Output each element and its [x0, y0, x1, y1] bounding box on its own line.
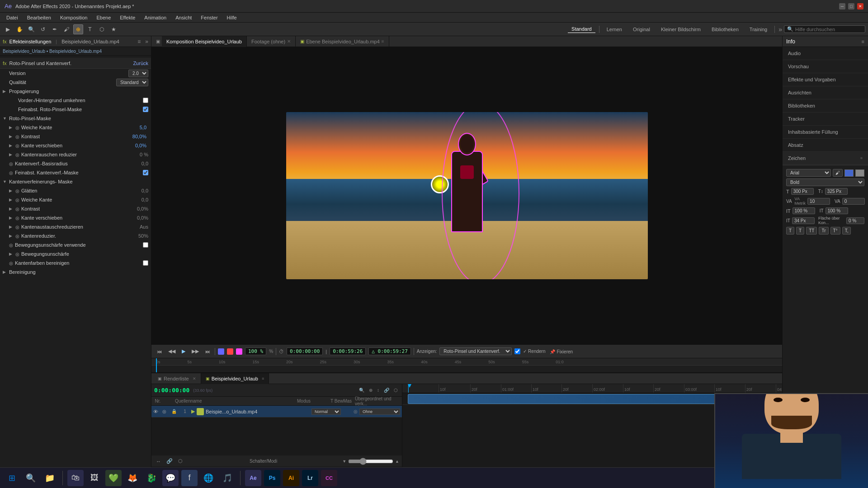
taskbar-green[interactable]: 💚 — [105, 470, 122, 486]
kr-value[interactable]: 0 % — [140, 152, 148, 157]
zoom-slider[interactable] — [348, 458, 393, 465]
tracking-input[interactable] — [842, 198, 865, 205]
current-time[interactable]: 0:00:00:00 — [287, 347, 323, 355]
workspace-bildschirm[interactable]: Kleiner Bildschirm — [657, 26, 704, 33]
ausrichten-item[interactable]: Ausrichten — [783, 86, 868, 99]
tab-komposition[interactable]: Komposition Beispielvideo_Urlaub — [162, 36, 247, 47]
vorschau-item[interactable]: Vorschau — [783, 60, 868, 73]
play-first-btn[interactable]: ⏮ — [155, 348, 164, 355]
mask-btn[interactable]: ⬡ — [176, 458, 184, 465]
tool-select[interactable]: ▶ — [3, 24, 13, 34]
taskbar-store[interactable]: 🛍 — [67, 470, 84, 486]
taskbar-lightroom[interactable]: Lr — [302, 470, 318, 486]
char-super-btn[interactable]: T° — [830, 227, 840, 235]
taskbar-illustrator[interactable]: Ai — [283, 470, 299, 486]
layer-lock-1[interactable]: 🔒 — [171, 409, 179, 414]
propagierung-row[interactable]: ▶ Propagierung — [0, 87, 151, 96]
zeichen-item[interactable]: Zeichen ≡ — [783, 152, 868, 165]
char-italic-btn[interactable]: T — [796, 227, 804, 235]
menu-ansicht[interactable]: Ansicht — [172, 14, 195, 21]
tool-shape[interactable]: ⬡ — [97, 24, 107, 34]
char-small-caps-btn[interactable]: Tr — [819, 227, 828, 235]
minimize-button[interactable]: ─ — [839, 3, 845, 9]
layer-parent-select-1[interactable]: Ohne — [359, 408, 400, 415]
layer-name-1[interactable]: Beispie...o_Urlaub.mp4 — [206, 409, 310, 414]
kred-value[interactable]: 50% — [138, 233, 148, 239]
workspace-lernen[interactable]: Lernen — [603, 26, 626, 33]
font-picker-btn[interactable]: 🖌 — [833, 169, 843, 177]
font-select[interactable]: Arial — [786, 169, 831, 177]
vorder-checkbox[interactable] — [143, 98, 148, 103]
tool-pen[interactable]: ✒ — [50, 24, 60, 34]
tool-hand[interactable]: ✋ — [14, 24, 24, 34]
taskbar-photos[interactable]: 🖼 — [86, 470, 103, 486]
line-height-input[interactable] — [825, 188, 848, 195]
version-select[interactable]: 2.0 — [128, 70, 148, 77]
tool-paint[interactable]: 🖌 — [61, 24, 71, 34]
taskbar-globe[interactable]: 🌐 — [200, 470, 217, 486]
workspace-bibliotheken[interactable]: Bibliotheken — [708, 26, 742, 33]
menu-hilfe[interactable]: Hilfe — [223, 14, 241, 21]
tool-text[interactable]: T — [85, 24, 95, 34]
workspace-overflow[interactable]: » — [778, 26, 782, 33]
taskbar-music[interactable]: 🎵 — [219, 470, 236, 486]
layer-mask-btn[interactable]: ⬡ — [392, 387, 399, 393]
color-preview-2[interactable] — [855, 169, 864, 177]
workspace-standard[interactable]: Standard — [568, 25, 595, 33]
fk-checkbox[interactable] — [143, 170, 148, 175]
taskbar-messenger[interactable]: 💬 — [162, 470, 179, 486]
layer-row-1[interactable]: 👁 ◎ 🔒 1 ▶ Beispie...o_Urlaub.mp4 Normal … — [151, 406, 402, 418]
comp-options[interactable]: ≡ — [262, 376, 264, 381]
char-bold-btn[interactable]: T — [786, 227, 794, 235]
parent-btn[interactable]: 🔗 — [165, 458, 175, 465]
play-fwd-btn[interactable]: ▶▶ — [190, 347, 201, 355]
layer-add-btn[interactable]: ⊕ — [368, 387, 374, 393]
wk2-value[interactable]: 0,0 — [142, 197, 148, 202]
play-btn[interactable]: ▶ — [180, 347, 187, 355]
tool-puppet[interactable]: ★ — [108, 24, 118, 34]
gl-value[interactable]: 0,0 — [142, 188, 148, 193]
menu-bearbeiten[interactable]: Bearbeiten — [24, 14, 55, 21]
workspace-original[interactable]: Original — [629, 26, 654, 33]
menu-ebene[interactable]: Ebene — [93, 14, 114, 21]
tab-ebene[interactable]: ▣ Ebene Beispielvideo_Urlaub.mp4 ≡ — [296, 36, 389, 47]
tracker-item[interactable]: Tracker — [783, 113, 868, 126]
tool-rotate[interactable]: ↺ — [38, 24, 48, 34]
tab-footage[interactable]: Footage (ohne) ✕ — [247, 36, 296, 47]
k2-value[interactable]: 0,0% — [137, 206, 148, 211]
zoom-out-icon[interactable]: ▼ — [342, 459, 346, 464]
inhaltsbasierte-item[interactable]: Inhaltsbasierte Füllung — [783, 126, 868, 139]
layer-transfer-btn[interactable]: ↕ — [376, 387, 381, 393]
fixieren-button[interactable]: 📌 Fixieren — [548, 348, 575, 355]
effects-panel-options[interactable]: ≡ — [137, 38, 141, 45]
taskbar-firefox[interactable]: 🦊 — [124, 470, 141, 486]
play-last-btn[interactable]: ⏭ — [203, 348, 212, 355]
roto-mask-section[interactable]: ▼ Roto-Pinsel-Maske — [0, 114, 151, 123]
timeline-playhead[interactable] — [156, 358, 157, 372]
tool-rotobrush[interactable]: ⊕ — [73, 24, 83, 34]
layer-time-display[interactable]: 0:00:00:00 — [154, 387, 189, 394]
scale-v-input[interactable] — [826, 207, 848, 214]
ebene-close-icon[interactable]: ≡ — [382, 39, 384, 44]
qualitat-select[interactable]: Standard — [116, 79, 148, 86]
ka-value[interactable]: Aus — [140, 224, 148, 230]
menu-effekte[interactable]: Effekte — [116, 14, 139, 21]
taskbar-photoshop[interactable]: Ps — [264, 470, 280, 486]
kv-value[interactable]: 0,0% — [135, 143, 146, 148]
kf-checkbox[interactable] — [143, 260, 148, 266]
kerning-input[interactable] — [807, 198, 830, 205]
kverf-value[interactable]: 0,0 — [142, 161, 148, 166]
k-value[interactable]: 80,0% — [132, 134, 146, 139]
zuruck-button[interactable]: Zurück — [133, 61, 148, 66]
composition-tab[interactable]: ▣ Beispielvideo_Urlaub ≡ — [201, 373, 269, 384]
layer-search-btn[interactable]: 🔍 — [358, 387, 366, 393]
wk-value[interactable]: 5,0 — [140, 125, 146, 130]
audio-item[interactable]: Audio — [783, 47, 868, 60]
roto-dot[interactable] — [431, 175, 449, 193]
taskbar-windows[interactable]: ⊞ — [4, 470, 20, 486]
transfer-mode-btn[interactable]: ↔ — [154, 458, 163, 465]
renderliste-close[interactable]: ✕ — [193, 376, 196, 381]
taskbar-cc[interactable]: CC — [321, 470, 337, 486]
workspace-training[interactable]: Training — [746, 26, 771, 33]
absatz-item[interactable]: Absatz — [783, 139, 868, 152]
